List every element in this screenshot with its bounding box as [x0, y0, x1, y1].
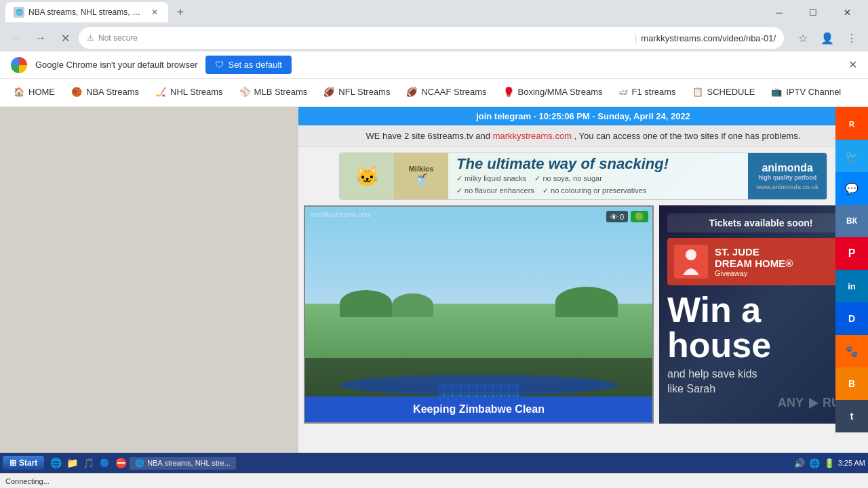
boxing-icon: 🥊 [503, 87, 514, 97]
ad-cat-image: 🐱 [340, 152, 394, 200]
url-separator: | [635, 33, 637, 43]
url-bar[interactable]: ⚠ Not secure | markkystreams.com/video/n… [79, 27, 784, 49]
nav-f1-label: F1 streams [632, 87, 676, 97]
sound-icon[interactable]: 🔊 [793, 457, 806, 469]
mlb-icon: ⚾ [239, 87, 250, 97]
chrome-logo [11, 57, 27, 73]
site-link[interactable]: markkystreams.com [493, 131, 572, 141]
video-section: 👥👥👥👥👥👥👥👥👥👥👥👥👥👥👥👥👥👥👥👥 👁0 🟢 markkystreams.… [298, 205, 868, 429]
win-a-text: Win a [667, 290, 761, 329]
video-watermark: markkystreams.com [311, 211, 371, 218]
reddit-share-button[interactable]: R [835, 107, 868, 140]
content-area: join telegram - 10:25:06 PM - Sunday, Ap… [298, 107, 868, 488]
taskbar-chrome-icon[interactable]: 🔵 [97, 455, 112, 470]
close-default-bar-button[interactable]: ✕ [848, 58, 857, 71]
nav-f1[interactable]: 🏎 F1 streams [611, 79, 684, 106]
network-icon[interactable]: 🌐 [808, 457, 821, 469]
taskbar-media-icon[interactable]: 🎵 [81, 455, 96, 470]
url-domain: markkystreams.com/video/nba-01/ [641, 33, 776, 43]
video-badge-1[interactable]: 👁0 [606, 211, 628, 222]
ad-brand-name: animonda [762, 162, 813, 174]
video-caption: Keeping Zimbabwe Clean [305, 396, 652, 422]
messenger-share-button[interactable]: 💬 [835, 172, 868, 205]
clock: 3:25 AM [838, 459, 865, 467]
nav-nhl[interactable]: 🏒 NHL Streams [147, 79, 231, 106]
home-icon: 🏠 [14, 87, 24, 97]
tab-favicon: 🌐 [14, 7, 24, 18]
status-text: Connecting... [5, 477, 50, 485]
taskbar-browser-task[interactable]: 🌐 NBA streams, NHL stre... [130, 457, 235, 470]
telegram-bar[interactable]: join telegram - 10:25:06 PM - Sunday, Ap… [298, 107, 868, 125]
profile-button[interactable]: 👤 [816, 27, 838, 49]
maximize-button[interactable]: ☐ [797, 3, 829, 22]
site-notice: WE have 2 site 6streams.tv and markkystr… [298, 125, 868, 147]
set-default-button[interactable]: 🛡 Set as default [205, 56, 292, 74]
digg-share-button[interactable]: D [835, 302, 868, 335]
bookmark-button[interactable]: ☆ [792, 27, 814, 49]
nav-nfl[interactable]: 🏈 NFL Streams [315, 79, 398, 106]
nav-schedule[interactable]: 📋 SCHEDULE [684, 79, 764, 106]
browser-tab[interactable]: 🌐 NBA streams, NHL streams, NFL stre... … [5, 2, 168, 22]
win-text: Win a house [667, 292, 854, 363]
video-badge-2[interactable]: 🟢 [631, 211, 648, 222]
taskbar-ie-icon[interactable]: 🌐 [48, 455, 63, 470]
st-jude-logo: ST. JUDEDREAM HOME® Giveaway [667, 238, 854, 285]
right-ad-panel: Tickets available soon! ST. JUDEDREAM HO… [659, 205, 863, 424]
video-player[interactable]: 👥👥👥👥👥👥👥👥👥👥👥👥👥👥👥👥👥👥👥👥 👁0 🟢 markkystreams.… [304, 205, 654, 424]
window-controls: ─ ☐ ✕ [764, 3, 863, 22]
tickets-header: Tickets available soon! [667, 214, 854, 232]
st-jude-icon [674, 245, 708, 279]
taskbar-folder-icon[interactable]: 📁 [64, 455, 79, 470]
ad-banner[interactable]: 🐱 Milkies🥤 The ultimate way of snacking!… [339, 152, 827, 200]
nav-iptv[interactable]: 📺 IPTV Channel [763, 79, 849, 106]
ncaaf-icon: 🏈 [406, 87, 417, 97]
video-caption-text: Keeping Zimbabwe Clean [312, 403, 646, 415]
tab-close-button[interactable]: ✕ [149, 7, 160, 18]
reload-button[interactable]: ✕ [54, 27, 76, 49]
ad-logo[interactable]: animonda high quality petfood www.animon… [748, 152, 827, 200]
nav-mlb-label: MLB Streams [254, 87, 308, 97]
back-button[interactable]: ← [5, 27, 27, 49]
blogger-share-button[interactable]: B [835, 367, 868, 400]
battery-icon[interactable]: 🔋 [823, 457, 835, 469]
nav-mlb[interactable]: ⚾ MLB Streams [231, 79, 316, 106]
nav-home[interactable]: 🏠 HOME [5, 79, 63, 106]
security-icon: ⚠ [87, 33, 94, 43]
address-bar: ← → ✕ ⚠ Not secure | markkystreams.com/v… [0, 24, 868, 52]
start-label: Start [19, 458, 37, 468]
ad-brand-sub: high quality petfood [758, 174, 816, 181]
notice-text-after: , You can access one of the two sites if… [574, 131, 801, 141]
start-button[interactable]: ⊞ Start [3, 456, 44, 470]
notice-text-before: WE have 2 site 6streams.tv and [366, 131, 493, 141]
nav-boxing[interactable]: 🥊 Boxing/MMA Streams [495, 79, 611, 106]
svg-marker-1 [809, 398, 818, 409]
taskbar-task-icon: 🌐 [135, 459, 144, 468]
toolbar-icons: ☆ 👤 ⋮ [792, 27, 863, 49]
vk-share-button[interactable]: ВК [835, 205, 868, 237]
nav-nfl-label: NFL Streams [338, 87, 390, 97]
house-text: house [667, 325, 771, 365]
minimize-button[interactable]: ─ [764, 3, 795, 22]
menu-button[interactable]: ⋮ [841, 27, 863, 49]
new-tab-button[interactable]: + [171, 3, 190, 22]
st-jude-name: ST. JUDEDREAM HOME® [715, 246, 793, 269]
nba-icon: 🏀 [71, 87, 82, 97]
nav-nba[interactable]: 🏀 NBA Streams [63, 79, 147, 106]
tab-title: NBA streams, NHL streams, NFL stre... [28, 7, 145, 17]
linkedin-share-button[interactable]: in [835, 270, 868, 302]
tumblr-share-button[interactable]: t [835, 400, 868, 432]
close-button[interactable]: ✕ [831, 3, 863, 22]
nav-ncaaf[interactable]: 🏈 NCAAF Streams [398, 79, 494, 106]
nav-home-label: HOME [28, 87, 55, 97]
schedule-icon: 📋 [692, 87, 703, 97]
forward-button[interactable]: → [30, 27, 52, 49]
nav-iptv-label: IPTV Channel [786, 87, 841, 97]
paw-share-button[interactable]: 🐾 [835, 335, 868, 367]
taskbar-warning-icon[interactable]: ⛔ [113, 455, 128, 470]
set-default-label: Set as default [228, 60, 282, 70]
pinterest-share-button[interactable]: P [835, 237, 868, 270]
twitter-share-button[interactable]: 🐦 [835, 140, 868, 172]
nfl-icon: 🏈 [323, 87, 334, 97]
nav-nba-label: NBA Streams [86, 87, 139, 97]
default-browser-bar: Google Chrome isn't your default browser… [0, 52, 868, 79]
